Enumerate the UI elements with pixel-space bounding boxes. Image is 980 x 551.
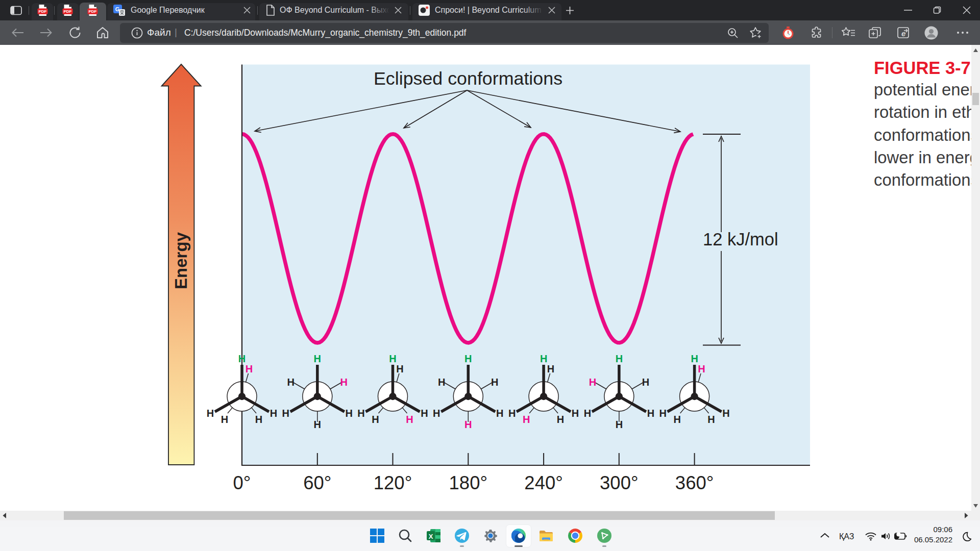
svg-text:H: H — [372, 414, 379, 425]
svg-text:H: H — [396, 363, 403, 374]
svg-text:H: H — [722, 408, 729, 419]
svg-text:H: H — [642, 377, 649, 388]
svg-text:12 kJ/mol: 12 kJ/mol — [703, 230, 778, 249]
svg-text:PDF: PDF — [64, 9, 72, 14]
svg-text:0°: 0° — [233, 472, 251, 493]
svg-text:Eclipsed conformations: Eclipsed conformations — [374, 68, 562, 89]
svg-text:H: H — [221, 414, 228, 425]
svg-text:H: H — [707, 414, 715, 425]
svg-text:H: H — [207, 408, 214, 419]
svg-text:H: H — [238, 353, 246, 364]
svg-text:H: H — [698, 363, 705, 374]
svg-text:H: H — [314, 353, 321, 364]
svg-text:H: H — [464, 419, 472, 430]
svg-text:Energy: Energy — [172, 232, 190, 289]
svg-text:H: H — [589, 377, 596, 388]
svg-text:60°: 60° — [303, 472, 331, 493]
svg-text:H: H — [647, 408, 654, 419]
svg-text:H: H — [508, 408, 516, 419]
svg-text:120°: 120° — [374, 472, 412, 493]
svg-text:H: H — [346, 408, 353, 419]
svg-text:H: H — [421, 408, 428, 419]
svg-text:H: H — [270, 408, 277, 419]
svg-text:240°: 240° — [524, 472, 563, 493]
svg-text:H: H — [616, 353, 623, 364]
svg-text:H: H — [673, 414, 680, 425]
svg-text:PDF: PDF — [89, 9, 97, 14]
svg-text:H: H — [255, 414, 262, 425]
svg-text:H: H — [540, 353, 547, 364]
svg-text:H: H — [438, 377, 445, 388]
svg-text:H: H — [314, 419, 321, 430]
svg-text:H: H — [491, 377, 498, 388]
svg-text:H: H — [659, 408, 666, 419]
svg-text:H: H — [557, 414, 564, 425]
svg-text:H: H — [572, 408, 579, 419]
svg-text:X: X — [429, 533, 433, 540]
svg-text:H: H — [616, 419, 623, 430]
svg-text:H: H — [246, 363, 253, 374]
svg-text:H: H — [433, 408, 440, 419]
svg-text:H: H — [523, 414, 530, 425]
svg-text:H: H — [547, 363, 554, 374]
svg-text:360°: 360° — [675, 472, 714, 493]
svg-text:PDF: PDF — [39, 9, 47, 14]
svg-text:180°: 180° — [449, 472, 488, 493]
svg-text:H: H — [282, 408, 289, 419]
svg-text:H: H — [357, 408, 364, 419]
svg-text:G: G — [115, 6, 120, 12]
svg-text:H: H — [691, 353, 698, 364]
svg-text:H: H — [389, 353, 396, 364]
svg-text:H: H — [406, 414, 413, 425]
svg-text:300°: 300° — [600, 472, 639, 493]
svg-text:H: H — [496, 408, 503, 419]
svg-text:H: H — [464, 353, 472, 364]
svg-text:H: H — [584, 408, 591, 419]
svg-text:H: H — [287, 377, 295, 388]
svg-text:H: H — [340, 377, 348, 388]
